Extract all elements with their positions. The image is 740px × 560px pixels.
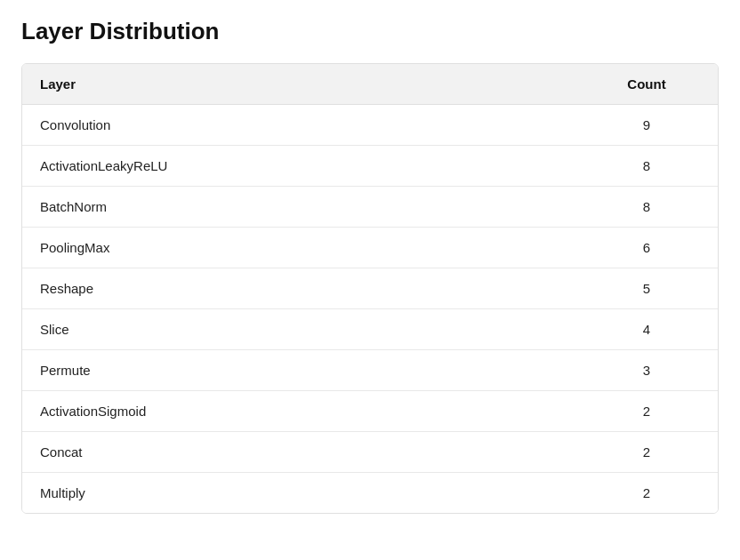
table-row: ActivationLeakyReLU8 [22, 146, 718, 187]
page-title: Layer Distribution [21, 18, 719, 45]
table-row: Reshape5 [22, 268, 718, 309]
col-header-layer: Layer [22, 64, 575, 105]
layer-distribution-table: Layer Count Convolution9ActivationLeakyR… [21, 63, 719, 514]
cell-layer-count: 8 [575, 146, 718, 187]
cell-layer-count: 6 [575, 228, 718, 268]
table-row: Multiply2 [22, 473, 718, 514]
cell-layer-name: Permute [22, 350, 575, 391]
cell-layer-name: Concat [22, 432, 575, 473]
table-row: Permute3 [22, 350, 718, 391]
cell-layer-count: 3 [575, 350, 718, 391]
table-row: ActivationSigmoid2 [22, 391, 718, 432]
cell-layer-count: 9 [575, 105, 718, 146]
cell-layer-count: 8 [575, 187, 718, 228]
cell-layer-count: 2 [575, 391, 718, 432]
table-row: BatchNorm8 [22, 187, 718, 228]
table-row: Slice4 [22, 309, 718, 350]
table-row: PoolingMax6 [22, 228, 718, 268]
cell-layer-count: 2 [575, 432, 718, 473]
table-row: Convolution9 [22, 105, 718, 146]
cell-layer-count: 4 [575, 309, 718, 350]
cell-layer-name: ActivationSigmoid [22, 391, 575, 432]
cell-layer-name: PoolingMax [22, 228, 575, 268]
cell-layer-count: 5 [575, 268, 718, 309]
cell-layer-name: Convolution [22, 105, 575, 146]
table-row: Concat2 [22, 432, 718, 473]
cell-layer-name: Slice [22, 309, 575, 350]
cell-layer-name: ActivationLeakyReLU [22, 146, 575, 187]
cell-layer-name: Reshape [22, 268, 575, 309]
col-header-count: Count [575, 64, 718, 105]
cell-layer-count: 2 [575, 473, 718, 514]
cell-layer-name: Multiply [22, 473, 575, 514]
cell-layer-name: BatchNorm [22, 187, 575, 228]
table-header-row: Layer Count [22, 64, 718, 105]
